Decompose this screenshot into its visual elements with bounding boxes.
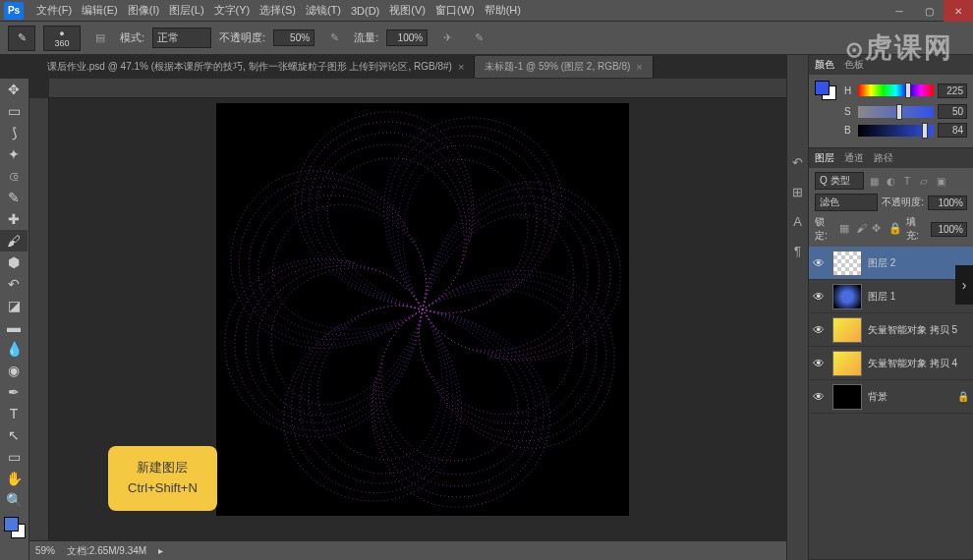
layer-name[interactable]: 矢量智能对象 拷贝 5 <box>868 323 957 337</box>
brush-preset-picker[interactable]: ●360 <box>43 26 81 51</box>
layer-thumbnail[interactable] <box>832 351 862 376</box>
chevron-right-icon[interactable]: ▸ <box>158 545 163 556</box>
pen-tool[interactable]: ✒ <box>0 381 28 403</box>
move-tool[interactable]: ✥ <box>0 79 28 100</box>
character-icon[interactable]: A <box>789 212 807 230</box>
layer-item[interactable]: 👁 图层 1 <box>809 280 973 313</box>
crop-tool[interactable]: ⟃ <box>0 165 28 187</box>
menu-edit[interactable]: 编辑(E) <box>77 0 123 21</box>
expand-panel-handle[interactable]: › <box>955 265 973 305</box>
menu-window[interactable]: 窗口(W) <box>430 0 480 21</box>
filter-type-icon[interactable]: T <box>900 174 914 188</box>
doc-info[interactable]: 文档:2.65M/9.34M <box>67 544 146 558</box>
healing-brush-tool[interactable]: ✚ <box>0 208 28 230</box>
menu-select[interactable]: 选择(S) <box>255 0 301 21</box>
type-tool[interactable]: T <box>0 403 28 424</box>
blur-tool[interactable]: 💧 <box>0 338 28 360</box>
menu-view[interactable]: 视图(V) <box>384 0 430 21</box>
zoom-level[interactable]: 59% <box>35 545 55 556</box>
ruler-vertical[interactable] <box>29 98 49 540</box>
blend-mode-select[interactable]: 正常 <box>152 28 211 48</box>
paragraph-icon[interactable]: ¶ <box>789 242 807 259</box>
layer-thumbnail[interactable] <box>832 251 862 276</box>
doc-tab-2[interactable]: 未标题-1 @ 59% (图层 2, RGB/8) × <box>475 56 653 78</box>
hand-tool[interactable]: ✋ <box>0 468 28 489</box>
close-icon[interactable]: × <box>458 61 464 73</box>
tool-preset-picker[interactable]: ✎ <box>8 26 35 51</box>
tab-color[interactable]: 颜色 <box>815 58 834 72</box>
menu-type[interactable]: 文字(Y) <box>209 0 256 21</box>
layer-thumbnail[interactable] <box>832 284 862 309</box>
layer-name[interactable]: 矢量智能对象 拷贝 4 <box>868 357 957 370</box>
sat-slider[interactable] <box>858 106 934 118</box>
layer-item[interactable]: 👁 背景 🔒 <box>809 380 973 414</box>
lasso-tool[interactable]: ⟆ <box>0 122 28 143</box>
lock-transparency-icon[interactable]: ▦ <box>839 222 852 236</box>
window-close[interactable]: ✕ <box>944 0 973 22</box>
clone-stamp-tool[interactable]: ⬢ <box>0 252 28 273</box>
layer-thumbnail[interactable] <box>832 384 862 410</box>
menu-image[interactable]: 图像(I) <box>123 0 164 21</box>
visibility-icon[interactable]: 👁 <box>813 290 827 304</box>
visibility-icon[interactable]: 👁 <box>813 390 827 404</box>
hue-value[interactable]: 225 <box>938 84 967 98</box>
fill-input[interactable]: 100% <box>931 222 967 237</box>
tab-channels[interactable]: 通道 <box>844 151 864 165</box>
window-minimize[interactable]: ─ <box>885 0 914 22</box>
shape-tool[interactable]: ▭ <box>0 446 28 468</box>
brush-tool[interactable]: 🖌 <box>0 230 28 252</box>
layer-name[interactable]: 图层 2 <box>868 256 895 270</box>
gradient-tool[interactable]: ▬ <box>0 316 28 338</box>
menu-3d[interactable]: 3D(D) <box>346 2 384 20</box>
document-canvas[interactable] <box>216 103 629 516</box>
layer-thumbnail[interactable] <box>832 317 862 343</box>
bri-value[interactable]: 84 <box>938 123 967 138</box>
properties-icon[interactable]: ⊞ <box>789 183 807 200</box>
lock-pixel-icon[interactable]: 🖌 <box>856 222 869 236</box>
fg-color[interactable] <box>4 517 19 532</box>
path-select-tool[interactable]: ↖ <box>0 424 28 446</box>
zoom-tool[interactable]: 🔍 <box>0 489 28 511</box>
layer-item[interactable]: 👁 矢量智能对象 拷贝 5 <box>809 313 973 347</box>
filter-pixel-icon[interactable]: ▦ <box>867 174 881 188</box>
layer-name[interactable]: 背景 <box>868 390 887 404</box>
brush-settings-icon[interactable]: ▤ <box>88 27 112 50</box>
layer-blend-mode[interactable]: 滤色 <box>815 194 878 211</box>
hue-slider[interactable] <box>858 84 934 96</box>
menu-help[interactable]: 帮助(H) <box>480 0 526 21</box>
panel-color-swatch[interactable] <box>815 81 836 100</box>
filter-shape-icon[interactable]: ▱ <box>917 174 931 188</box>
opacity-pressure-icon[interactable]: ✎ <box>322 27 346 50</box>
eraser-tool[interactable]: ◪ <box>0 295 28 316</box>
history-icon[interactable]: ↶ <box>789 153 807 171</box>
filter-smart-icon[interactable]: ▣ <box>934 174 947 188</box>
sat-value[interactable]: 50 <box>938 104 967 119</box>
flow-input[interactable]: 100% <box>386 29 428 46</box>
ruler-horizontal[interactable] <box>49 79 786 98</box>
layer-filter-kind[interactable]: Q 类型 <box>815 172 864 190</box>
visibility-icon[interactable]: 👁 <box>813 256 827 270</box>
doc-tab-1[interactable]: 课后作业.psd @ 47.1% (根据本课所学的技巧, 制作一张螺旋粒子图形 … <box>37 56 475 78</box>
menu-filter[interactable]: 滤镜(T) <box>301 0 346 21</box>
lock-position-icon[interactable]: ✥ <box>872 222 885 236</box>
window-maximize[interactable]: ▢ <box>914 0 944 22</box>
tab-layers[interactable]: 图层 <box>815 151 834 165</box>
visibility-icon[interactable]: 👁 <box>813 357 827 370</box>
eyedropper-tool[interactable]: ✎ <box>0 187 28 208</box>
marquee-tool[interactable]: ▭ <box>0 100 28 122</box>
layer-opacity-input[interactable]: 100% <box>928 196 967 210</box>
tab-paths[interactable]: 路径 <box>874 151 893 165</box>
airbrush-icon[interactable]: ✈ <box>435 27 459 50</box>
visibility-icon[interactable]: 👁 <box>813 323 827 337</box>
layer-item[interactable]: 👁 图层 2 <box>809 247 973 280</box>
flow-pressure-icon[interactable]: ✎ <box>467 27 490 50</box>
lock-all-icon[interactable]: 🔒 <box>888 222 902 236</box>
layer-item[interactable]: 👁 矢量智能对象 拷贝 4 <box>809 347 973 380</box>
close-icon[interactable]: × <box>636 61 642 73</box>
bri-slider[interactable] <box>858 125 934 137</box>
dodge-tool[interactable]: ◉ <box>0 360 28 381</box>
layer-name[interactable]: 图层 1 <box>868 290 895 304</box>
magic-wand-tool[interactable]: ✦ <box>0 143 28 165</box>
filter-adjust-icon[interactable]: ◐ <box>884 174 897 188</box>
menu-layer[interactable]: 图层(L) <box>164 0 208 21</box>
